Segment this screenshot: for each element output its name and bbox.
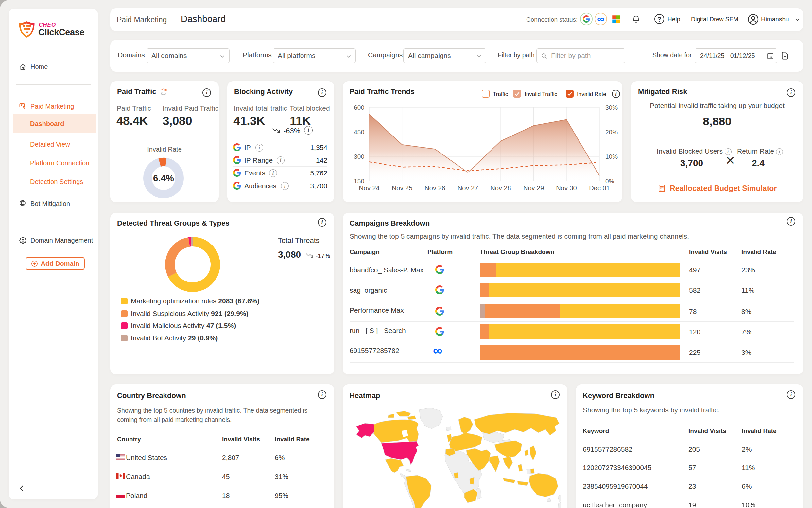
svg-text:Nov 29: Nov 29 (523, 184, 544, 192)
svg-text:600: 600 (354, 104, 364, 111)
svg-text:Nov 24: Nov 24 (359, 184, 379, 192)
svg-text:Nov 25: Nov 25 (392, 184, 412, 192)
svg-text:300: 300 (354, 153, 364, 160)
svg-text:Nov 30: Nov 30 (556, 184, 577, 192)
svg-text:450: 450 (354, 129, 364, 135)
svg-text:Nov 28: Nov 28 (490, 184, 511, 192)
svg-text:20%: 20% (605, 129, 618, 135)
svg-text:Dec 01: Dec 01 (589, 184, 610, 192)
svg-text:30%: 30% (605, 104, 618, 111)
svg-text:Nov 27: Nov 27 (458, 184, 478, 192)
svg-text:10%: 10% (605, 153, 618, 160)
svg-text:Nov 26: Nov 26 (425, 184, 445, 192)
svg-text:0%: 0% (605, 178, 615, 184)
svg-text:150: 150 (354, 178, 364, 184)
svg-text:6.4%: 6.4% (153, 173, 174, 183)
